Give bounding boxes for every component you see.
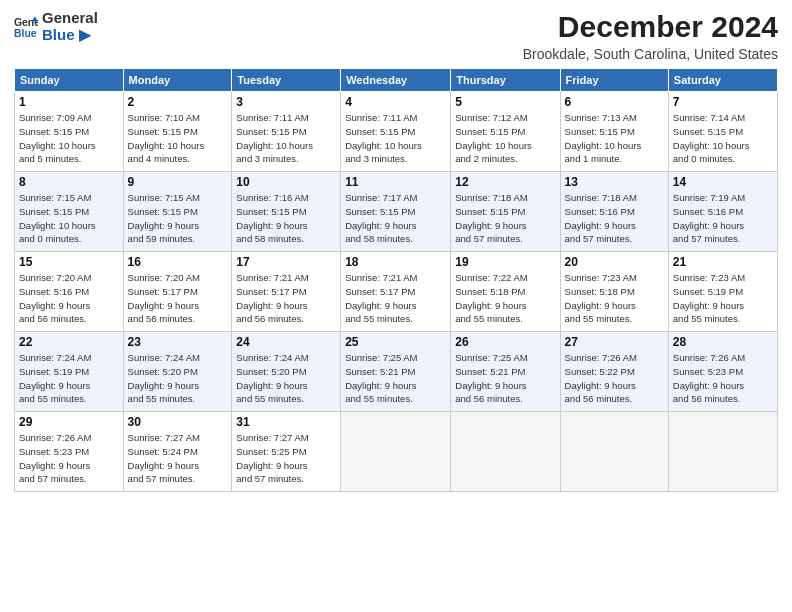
calendar-cell: 2Sunrise: 7:10 AMSunset: 5:15 PMDaylight… [123, 92, 232, 172]
day-number: 28 [673, 335, 773, 349]
calendar-cell: 5Sunrise: 7:12 AMSunset: 5:15 PMDaylight… [451, 92, 560, 172]
day-info: Sunrise: 7:25 AMSunset: 5:21 PMDaylight:… [455, 351, 555, 406]
day-number: 24 [236, 335, 336, 349]
day-number: 18 [345, 255, 446, 269]
calendar-cell: 23Sunrise: 7:24 AMSunset: 5:20 PMDayligh… [123, 332, 232, 412]
day-info: Sunrise: 7:26 AMSunset: 5:22 PMDaylight:… [565, 351, 664, 406]
calendar-cell: 27Sunrise: 7:26 AMSunset: 5:22 PMDayligh… [560, 332, 668, 412]
day-info: Sunrise: 7:23 AMSunset: 5:18 PMDaylight:… [565, 271, 664, 326]
day-number: 20 [565, 255, 664, 269]
calendar-cell: 14Sunrise: 7:19 AMSunset: 5:16 PMDayligh… [668, 172, 777, 252]
day-info: Sunrise: 7:10 AMSunset: 5:15 PMDaylight:… [128, 111, 228, 166]
calendar-cell: 20Sunrise: 7:23 AMSunset: 5:18 PMDayligh… [560, 252, 668, 332]
calendar-cell: 7Sunrise: 7:14 AMSunset: 5:15 PMDaylight… [668, 92, 777, 172]
day-info: Sunrise: 7:26 AMSunset: 5:23 PMDaylight:… [673, 351, 773, 406]
calendar-cell: 24Sunrise: 7:24 AMSunset: 5:20 PMDayligh… [232, 332, 341, 412]
calendar-cell: 9Sunrise: 7:15 AMSunset: 5:15 PMDaylight… [123, 172, 232, 252]
day-number: 6 [565, 95, 664, 109]
day-number: 31 [236, 415, 336, 429]
day-number: 10 [236, 175, 336, 189]
calendar-cell: 12Sunrise: 7:18 AMSunset: 5:15 PMDayligh… [451, 172, 560, 252]
calendar-cell [560, 412, 668, 492]
day-number: 21 [673, 255, 773, 269]
subtitle: Brookdale, South Carolina, United States [523, 46, 778, 62]
day-number: 5 [455, 95, 555, 109]
calendar-cell: 16Sunrise: 7:20 AMSunset: 5:17 PMDayligh… [123, 252, 232, 332]
day-number: 2 [128, 95, 228, 109]
day-number: 13 [565, 175, 664, 189]
day-info: Sunrise: 7:24 AMSunset: 5:19 PMDaylight:… [19, 351, 119, 406]
calendar-cell: 21Sunrise: 7:23 AMSunset: 5:19 PMDayligh… [668, 252, 777, 332]
calendar-cell: 18Sunrise: 7:21 AMSunset: 5:17 PMDayligh… [341, 252, 451, 332]
day-number: 7 [673, 95, 773, 109]
calendar-cell: 31Sunrise: 7:27 AMSunset: 5:25 PMDayligh… [232, 412, 341, 492]
main-title: December 2024 [523, 10, 778, 44]
day-number: 1 [19, 95, 119, 109]
day-number: 4 [345, 95, 446, 109]
calendar-week-row: 1Sunrise: 7:09 AMSunset: 5:15 PMDaylight… [15, 92, 778, 172]
day-number: 12 [455, 175, 555, 189]
day-number: 29 [19, 415, 119, 429]
page: General Blue General Blue ▶ December 202… [0, 0, 792, 612]
day-number: 19 [455, 255, 555, 269]
calendar-cell: 8Sunrise: 7:15 AMSunset: 5:15 PMDaylight… [15, 172, 124, 252]
day-info: Sunrise: 7:26 AMSunset: 5:23 PMDaylight:… [19, 431, 119, 486]
calendar-cell [451, 412, 560, 492]
calendar-cell: 26Sunrise: 7:25 AMSunset: 5:21 PMDayligh… [451, 332, 560, 412]
calendar-cell: 19Sunrise: 7:22 AMSunset: 5:18 PMDayligh… [451, 252, 560, 332]
day-number: 11 [345, 175, 446, 189]
calendar-cell: 4Sunrise: 7:11 AMSunset: 5:15 PMDaylight… [341, 92, 451, 172]
svg-text:Blue: Blue [14, 27, 37, 38]
calendar-day-header: Wednesday [341, 69, 451, 92]
day-info: Sunrise: 7:24 AMSunset: 5:20 PMDaylight:… [128, 351, 228, 406]
day-info: Sunrise: 7:09 AMSunset: 5:15 PMDaylight:… [19, 111, 119, 166]
calendar-day-header: Sunday [15, 69, 124, 92]
day-info: Sunrise: 7:13 AMSunset: 5:15 PMDaylight:… [565, 111, 664, 166]
calendar-day-header: Monday [123, 69, 232, 92]
calendar-day-header: Thursday [451, 69, 560, 92]
calendar-cell: 10Sunrise: 7:16 AMSunset: 5:15 PMDayligh… [232, 172, 341, 252]
calendar-cell: 3Sunrise: 7:11 AMSunset: 5:15 PMDaylight… [232, 92, 341, 172]
day-info: Sunrise: 7:22 AMSunset: 5:18 PMDaylight:… [455, 271, 555, 326]
day-info: Sunrise: 7:25 AMSunset: 5:21 PMDaylight:… [345, 351, 446, 406]
day-info: Sunrise: 7:12 AMSunset: 5:15 PMDaylight:… [455, 111, 555, 166]
day-number: 14 [673, 175, 773, 189]
header: General Blue General Blue ▶ December 202… [14, 10, 778, 62]
title-block: December 2024 Brookdale, South Carolina,… [523, 10, 778, 62]
day-number: 9 [128, 175, 228, 189]
day-number: 30 [128, 415, 228, 429]
calendar-cell [668, 412, 777, 492]
logo-icon: General Blue [14, 15, 38, 39]
calendar-week-row: 8Sunrise: 7:15 AMSunset: 5:15 PMDaylight… [15, 172, 778, 252]
calendar-day-header: Friday [560, 69, 668, 92]
day-info: Sunrise: 7:11 AMSunset: 5:15 PMDaylight:… [345, 111, 446, 166]
calendar-cell: 17Sunrise: 7:21 AMSunset: 5:17 PMDayligh… [232, 252, 341, 332]
calendar-cell: 29Sunrise: 7:26 AMSunset: 5:23 PMDayligh… [15, 412, 124, 492]
day-number: 15 [19, 255, 119, 269]
calendar-header-row: SundayMondayTuesdayWednesdayThursdayFrid… [15, 69, 778, 92]
day-info: Sunrise: 7:19 AMSunset: 5:16 PMDaylight:… [673, 191, 773, 246]
day-info: Sunrise: 7:23 AMSunset: 5:19 PMDaylight:… [673, 271, 773, 326]
day-number: 8 [19, 175, 119, 189]
day-info: Sunrise: 7:16 AMSunset: 5:15 PMDaylight:… [236, 191, 336, 246]
calendar-cell: 30Sunrise: 7:27 AMSunset: 5:24 PMDayligh… [123, 412, 232, 492]
day-info: Sunrise: 7:11 AMSunset: 5:15 PMDaylight:… [236, 111, 336, 166]
calendar-day-header: Saturday [668, 69, 777, 92]
calendar-cell: 28Sunrise: 7:26 AMSunset: 5:23 PMDayligh… [668, 332, 777, 412]
logo-general: General [42, 10, 98, 27]
calendar-week-row: 22Sunrise: 7:24 AMSunset: 5:19 PMDayligh… [15, 332, 778, 412]
calendar-cell: 11Sunrise: 7:17 AMSunset: 5:15 PMDayligh… [341, 172, 451, 252]
calendar-cell: 25Sunrise: 7:25 AMSunset: 5:21 PMDayligh… [341, 332, 451, 412]
calendar-body: 1Sunrise: 7:09 AMSunset: 5:15 PMDaylight… [15, 92, 778, 492]
calendar-week-row: 29Sunrise: 7:26 AMSunset: 5:23 PMDayligh… [15, 412, 778, 492]
logo: General Blue General Blue ▶ [14, 10, 98, 43]
day-info: Sunrise: 7:21 AMSunset: 5:17 PMDaylight:… [345, 271, 446, 326]
day-number: 25 [345, 335, 446, 349]
calendar-cell: 1Sunrise: 7:09 AMSunset: 5:15 PMDaylight… [15, 92, 124, 172]
day-number: 23 [128, 335, 228, 349]
day-info: Sunrise: 7:20 AMSunset: 5:16 PMDaylight:… [19, 271, 119, 326]
day-info: Sunrise: 7:24 AMSunset: 5:20 PMDaylight:… [236, 351, 336, 406]
calendar-cell: 15Sunrise: 7:20 AMSunset: 5:16 PMDayligh… [15, 252, 124, 332]
day-number: 17 [236, 255, 336, 269]
day-number: 27 [565, 335, 664, 349]
